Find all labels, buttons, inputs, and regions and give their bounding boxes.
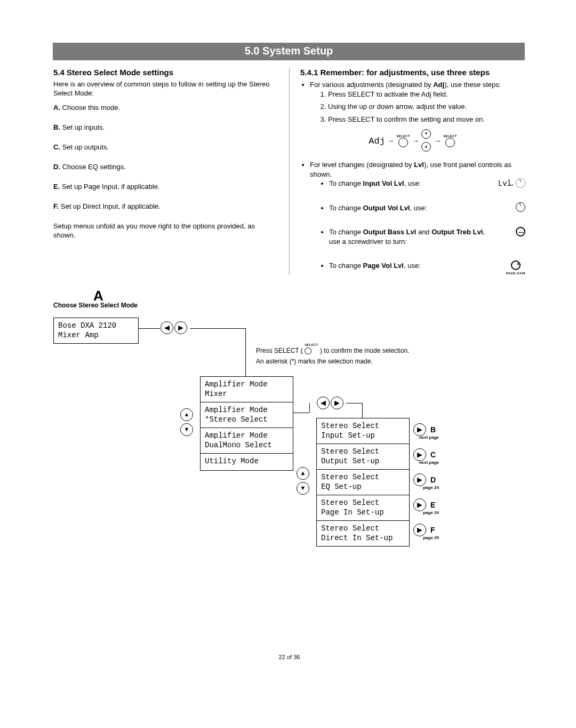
left-step-list: A. Choose this mode. B. Set up inputs. C… bbox=[53, 104, 278, 210]
goto-marker: ▶ E page 24 bbox=[413, 498, 426, 511]
knob-slot-icon bbox=[516, 226, 525, 236]
nav-left-right: ◀▶ bbox=[316, 397, 344, 409]
text: To change bbox=[329, 204, 363, 212]
bold-text: Input Vol Lvl bbox=[363, 179, 404, 187]
goto-note: page 25 bbox=[419, 535, 439, 540]
adj-step: Using the up or down arrow, adjust the v… bbox=[328, 102, 525, 112]
mode-column: Amplifier Mode Mixer Amplifier Mode*Ster… bbox=[200, 376, 293, 471]
lvl-item: To change Page Vol Lvl, use: PAGE GAIN bbox=[329, 261, 525, 271]
adj-label: Adj bbox=[369, 136, 385, 146]
bold-text: Adj bbox=[433, 81, 444, 89]
connector bbox=[346, 403, 362, 403]
connector bbox=[309, 403, 310, 413]
lvl-item: To change Output Vol Lvl, use: bbox=[329, 203, 525, 213]
step-letter: E. bbox=[53, 183, 60, 191]
select-knob-icon bbox=[305, 347, 311, 354]
bold-text: Page Vol Lvl bbox=[363, 262, 404, 270]
left-arrow-icon: ◀ bbox=[161, 321, 173, 334]
lcd-line: Amplifier Mode bbox=[205, 380, 268, 389]
lcd-box-mode: Amplifier Mode DualMono Select bbox=[200, 428, 293, 454]
page-footer: 22 of 36 bbox=[53, 654, 525, 660]
goto-letter: F bbox=[430, 526, 435, 534]
step-letter: C. bbox=[53, 143, 60, 151]
bold-text: Lvl bbox=[414, 161, 424, 169]
connector bbox=[245, 328, 246, 376]
knob-icon: PAGE GAIN bbox=[506, 260, 525, 275]
lcd-line: Stereo Select bbox=[321, 524, 379, 533]
goto-marker: ▶ C next page bbox=[413, 448, 426, 461]
goto-letter: E bbox=[430, 501, 435, 509]
right-arrow-icon: ▶ bbox=[413, 448, 426, 461]
arrow-right-icon: → bbox=[387, 137, 395, 145]
lcd-box-mode: Amplifier Mode Mixer bbox=[200, 376, 293, 402]
step-text: Choose this mode. bbox=[62, 104, 120, 112]
lcd-line: Input Set-up bbox=[321, 431, 375, 440]
goto-note: page 24 bbox=[419, 510, 439, 515]
right-arrow-icon: ▶ bbox=[331, 397, 343, 409]
left-intro: Here is an overview of common steps to f… bbox=[53, 80, 278, 98]
text: , use: bbox=[410, 204, 427, 212]
arrow-right-icon: → bbox=[412, 137, 419, 145]
text: , use: bbox=[404, 262, 421, 270]
lcd-line: Mixer bbox=[205, 390, 227, 398]
lvl-outer-list: For level changes (designated by Lvl), u… bbox=[300, 160, 525, 271]
goto-marker: ▶ D page 24 bbox=[413, 473, 426, 486]
section-banner: 5.0 System Setup bbox=[53, 43, 525, 60]
lcd-line: Utility Mode bbox=[205, 457, 259, 465]
lcd-line: Output Set-up bbox=[321, 457, 379, 465]
bold-text: Output Vol Lvl bbox=[363, 204, 410, 212]
sub-column: Stereo SelectInput Set-up Stereo SelectO… bbox=[316, 418, 410, 547]
left-heading: 5.4 Stereo Select Mode settings bbox=[53, 68, 278, 77]
lvl-intro-item: For level changes (designated by Lvl), u… bbox=[310, 160, 525, 271]
goto-note: next page bbox=[415, 435, 439, 440]
lcd-line: Mixer Amp bbox=[58, 331, 99, 339]
step-letter: A. bbox=[53, 104, 60, 112]
up-arrow-icon: ▲ bbox=[297, 467, 309, 480]
select-knob-icon bbox=[398, 138, 408, 147]
step-text: Set up Page Input, if applicable. bbox=[62, 183, 160, 191]
text: and bbox=[416, 228, 431, 236]
adj-step: Press SELECT to activate the Adj field. bbox=[328, 90, 525, 99]
confirm-note: Press SELECT ( SELECT ) to confirm the m… bbox=[256, 345, 409, 366]
lcd-box-sub: Stereo SelectPage In Set-up bbox=[316, 495, 410, 521]
text: For various adjustments (designated by bbox=[310, 81, 433, 89]
text: An asterisk (*) marks the selection made… bbox=[256, 358, 373, 365]
arrow-right-icon: → bbox=[507, 180, 515, 190]
text: To change bbox=[329, 228, 363, 236]
text: , use: bbox=[404, 179, 421, 187]
text: For level changes (designated by bbox=[310, 161, 414, 169]
lvl-item: To change Input Vol Lvl, use: Lvl → bbox=[329, 179, 525, 188]
two-column-layout: 5.4 Stereo Select Mode settings Here is … bbox=[53, 68, 525, 275]
step-letter: F. bbox=[53, 202, 59, 210]
knob-icon bbox=[516, 178, 525, 188]
right-arrow-icon: ▶ bbox=[413, 524, 426, 536]
right-heading: 5.4.1 Remember: for adjustments, use thr… bbox=[300, 68, 525, 77]
goto-note: next page bbox=[415, 460, 439, 465]
goto-marker: ▶ B next page bbox=[413, 423, 426, 436]
lcd-line: Bose DXA 2120 bbox=[58, 321, 116, 330]
lcd-line: Stereo Select bbox=[321, 473, 379, 481]
goto-marker: ▶ F page 25 bbox=[413, 524, 426, 536]
up-arrow-icon: ▲ bbox=[180, 408, 193, 421]
adj-intro-item: For various adjustments (designated by A… bbox=[310, 80, 525, 124]
lcd-line: Page In Set-up bbox=[321, 508, 384, 517]
text: To change bbox=[329, 262, 363, 270]
goto-letter: B bbox=[430, 425, 436, 434]
lcd-line: Amplifier Mode bbox=[205, 406, 268, 414]
lcd-box-mode: Amplifier Mode*Stereo Select bbox=[200, 402, 293, 428]
text: ) to confirm the mode selection. bbox=[320, 347, 409, 354]
right-arrow-icon: ▶ bbox=[413, 423, 426, 436]
lcd-line: Direct In Set-up bbox=[321, 534, 393, 542]
goto-note: page 24 bbox=[419, 485, 439, 490]
left-column: 5.4 Stereo Select Mode settings Here is … bbox=[53, 68, 289, 275]
nav-up-down: ▲ ▼ bbox=[297, 467, 309, 495]
lcd-box-sub: Stereo SelectOutput Set-up bbox=[316, 444, 410, 470]
lcd-line: Stereo Select bbox=[321, 447, 379, 456]
lvl-list: To change Input Vol Lvl, use: Lvl → To c… bbox=[310, 179, 525, 271]
connector bbox=[190, 328, 245, 329]
nav-up-down: ▲ ▼ bbox=[180, 408, 193, 436]
bold-text: Output Treb Lvl bbox=[431, 228, 483, 236]
text: ), use these steps: bbox=[444, 81, 501, 89]
lcd-box-sub: Stereo SelectEQ Set-up bbox=[316, 469, 410, 495]
lcd-line: Stereo Select bbox=[321, 498, 379, 507]
